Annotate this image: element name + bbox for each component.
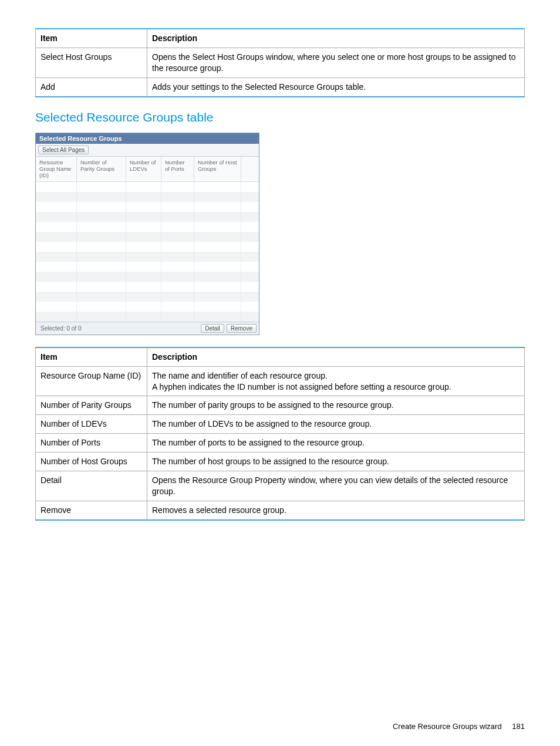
detail-button[interactable]: Detail — [201, 324, 224, 333]
footer-text: Create Resource Groups wizard — [393, 722, 502, 731]
table-header-description: Description — [147, 29, 525, 48]
table-row: Add Adds your settings to the Selected R… — [36, 77, 525, 96]
table-row: Remove Removes a selected resource group… — [36, 501, 525, 519]
cell-item: Number of LDEVs — [36, 415, 147, 434]
table-row: Number of LDEVs The number of LDEVs to b… — [36, 415, 525, 434]
page-footer: Create Resource Groups wizard 181 — [393, 722, 525, 731]
cell-desc: The number of host groups to be assigned… — [147, 453, 525, 471]
cell-desc: Opens the Resource Group Property window… — [147, 471, 525, 501]
select-all-pages-button[interactable]: Select All Pages — [38, 146, 89, 154]
selected-resource-groups-panel: Selected Resource Groups Select All Page… — [35, 133, 259, 335]
table-header-description: Description — [147, 347, 525, 366]
cell-desc: The number of parity groups to be assign… — [147, 396, 525, 415]
table-row: Detail Opens the Resource Group Property… — [36, 471, 525, 501]
cell-desc: Removes a selected resource group. — [147, 501, 525, 519]
col-header-parity-groups[interactable]: Number of Parity Groups — [77, 157, 126, 181]
data-rows-empty — [36, 182, 259, 322]
cell-item: Detail — [36, 471, 147, 501]
cell-item: Number of Host Groups — [36, 453, 147, 471]
table-row: Number of Ports The number of ports to b… — [36, 434, 525, 453]
cell-item: Number of Parity Groups — [36, 396, 147, 415]
item-description-table-2: Item Description Resource Group Name (ID… — [35, 347, 525, 521]
panel-toolbar: Select All Pages — [36, 144, 259, 157]
section-heading: Selected Resource Groups table — [35, 110, 525, 124]
column-headers: Resource Group Name (ID) Number of Parit… — [36, 157, 259, 182]
item-description-table-1: Item Description Select Host Groups Open… — [35, 28, 525, 97]
col-header-host-groups[interactable]: Number of Host Groups — [194, 157, 241, 181]
cell-item: Resource Group Name (ID) — [36, 366, 147, 396]
col-header-ldevs[interactable]: Number of LDEVs — [126, 157, 161, 181]
page-number: 181 — [512, 722, 525, 731]
cell-desc: Opens the Select Host Groups window, whe… — [147, 48, 525, 77]
table-row: Number of Parity Groups The number of pa… — [36, 396, 525, 415]
cell-item: Remove — [36, 501, 147, 519]
table-row: Resource Group Name (ID) The name and id… — [36, 366, 525, 396]
table-header-item: Item — [36, 347, 147, 366]
panel-title: Selected Resource Groups — [36, 133, 259, 144]
col-header-spacer — [241, 157, 259, 181]
cell-item: Number of Ports — [36, 434, 147, 453]
col-header-ports[interactable]: Number of Ports — [161, 157, 194, 181]
col-header-resource-group[interactable]: Resource Group Name (ID) — [36, 157, 77, 181]
table-row: Number of Host Groups The number of host… — [36, 453, 525, 471]
cell-item: Add — [36, 77, 147, 96]
cell-desc: The number of LDEVs to be assigned to th… — [147, 415, 525, 434]
remove-button[interactable]: Remove — [227, 324, 257, 333]
cell-desc: Adds your settings to the Selected Resou… — [147, 77, 525, 96]
table-row: Select Host Groups Opens the Select Host… — [36, 48, 525, 77]
cell-desc: The number of ports to be assigned to th… — [147, 434, 525, 453]
cell-item: Select Host Groups — [36, 48, 147, 77]
selection-count: Selected: 0 of 0 — [38, 325, 82, 332]
panel-footer: Selected: 0 of 0 Detail Remove — [36, 322, 259, 335]
cell-desc: The name and identifier of each resource… — [147, 366, 525, 396]
table-header-item: Item — [36, 29, 147, 48]
